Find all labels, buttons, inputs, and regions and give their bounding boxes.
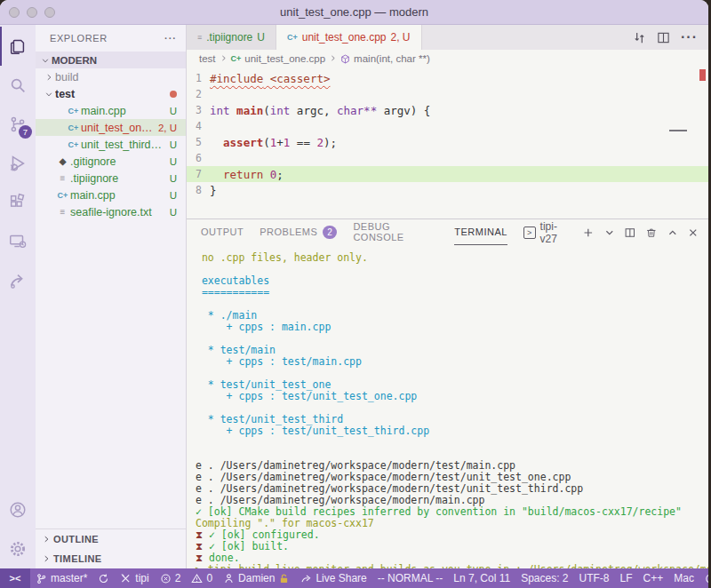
chevron-right-icon: [43, 73, 55, 82]
code-editor[interactable]: 1#include <cassert>23int main(int argc, …: [187, 68, 708, 219]
new-terminal-icon[interactable]: [582, 226, 595, 239]
editor-tab--tipiignore[interactable]: ≡.tipiignoreU: [187, 25, 276, 50]
status-indentation[interactable]: Spaces: 2: [515, 568, 573, 588]
status-language-mode[interactable]: C++: [638, 568, 669, 588]
activity-bar-item-search[interactable]: [0, 66, 36, 105]
tree-item-modern[interactable]: MODERN: [36, 52, 186, 68]
status-warnings[interactable]: 0: [186, 568, 218, 588]
tree-item-unit-test-third-cpp[interactable]: C+unit_test_third.cppU: [36, 136, 186, 153]
tree-item-build[interactable]: build: [36, 68, 186, 85]
status-account[interactable]: Damien: [218, 568, 295, 588]
sidebar-section-label: OUTLINE: [53, 534, 99, 544]
status-keymap[interactable]: Mac: [668, 568, 699, 588]
code-line-8: 8}: [187, 182, 708, 198]
line-number: 8: [187, 184, 210, 196]
maximize-panel-icon[interactable]: [667, 226, 679, 239]
split-terminal-icon[interactable]: [624, 226, 636, 239]
tree-item-unit-test-one-cpp[interactable]: C+unit_test_one.cpp2, U: [36, 119, 186, 136]
tree-item-seafile-ignore-txt[interactable]: ≡seafile-ignore.txtU: [36, 203, 186, 220]
activity-bar-item-live-share[interactable]: [0, 261, 36, 300]
git-status-badge: U: [170, 207, 177, 218]
tree-item-main-cpp[interactable]: C+main.cppU: [36, 102, 186, 119]
sidebar-more-icon[interactable]: ···: [164, 33, 177, 44]
editor-tab-bar: ≡.tipiignoreUC+unit_test_one.cpp2, U···: [187, 25, 708, 50]
activity-bar-item-settings[interactable]: [0, 529, 36, 568]
status-label: 2: [175, 572, 181, 584]
error-squiggle: #include <cassert>: [210, 72, 330, 85]
status-errors[interactable]: 2: [155, 568, 187, 588]
status-remote-indicator[interactable]: ><: [0, 568, 30, 588]
file-tree: MODERNbuildtestC+main.cppUC+unit_test_on…: [36, 52, 186, 528]
token: int: [210, 104, 230, 117]
panel-actions: > tipi-v27: [523, 220, 699, 245]
status-eol[interactable]: LF: [615, 568, 638, 588]
tools-icon: [120, 573, 132, 584]
settings-icon: [8, 539, 28, 559]
live-share-icon: [8, 271, 28, 290]
panel-tab-terminal[interactable]: TERMINAL: [454, 219, 507, 245]
window-title: unit_test_one.cpp — modern: [0, 5, 708, 19]
status-sync[interactable]: [92, 568, 115, 588]
status-encoding[interactable]: UTF-8: [574, 568, 615, 588]
kill-terminal-icon[interactable]: [645, 226, 658, 239]
panel-tab-label: TERMINAL: [454, 226, 507, 237]
tree-item-label: .gitignore: [70, 155, 164, 168]
token: <cassert>: [263, 72, 330, 85]
breadcrumb-item[interactable]: test: [199, 53, 216, 64]
panel-tab-output[interactable]: OUTPUT: [201, 219, 244, 245]
tab-git-badge: 2, U: [390, 31, 410, 44]
token: argv) {: [377, 104, 430, 117]
breadcrumb-item[interactable]: main(int, char **): [354, 53, 430, 64]
activity-bar-item-account[interactable]: [0, 490, 36, 529]
terminal-picker[interactable]: > tipi-v27: [523, 220, 573, 245]
status-vim-mode[interactable]: -- NORMAL --: [372, 568, 449, 588]
activity-bar-item-explorer[interactable]: [0, 27, 36, 66]
line-number: 5: [187, 136, 210, 148]
token: +: [276, 136, 284, 149]
token: ;: [276, 168, 284, 181]
sidebar-section-timeline[interactable]: TIMELINE: [36, 549, 186, 568]
tree-item-label: main.cpp: [81, 105, 164, 117]
tree-item--tipiignore[interactable]: ≡.tipiignoreU: [36, 170, 186, 187]
tree-item-main-cpp[interactable]: C+main.cppU: [36, 187, 186, 203]
activity-bar-item-run-debug[interactable]: [0, 144, 36, 183]
breadcrumb-separator-icon: [220, 53, 228, 64]
close-panel-icon[interactable]: [687, 226, 699, 239]
token: #include: [210, 72, 263, 85]
status-git-branch[interactable]: master*: [30, 568, 92, 588]
sidebar-section-outline[interactable]: OUTLINE: [36, 529, 186, 549]
status-cursor-position[interactable]: Ln 7, Col 11: [448, 568, 515, 588]
tree-item-test[interactable]: test: [36, 85, 186, 102]
code-line-3: 3int main(int argc, char** argv) {: [187, 102, 708, 118]
status-live-share[interactable]: Live Share: [295, 568, 371, 588]
terminal-line: + cpps : main.cpp: [196, 322, 708, 333]
editor-more-actions-icon[interactable]: ···: [681, 29, 698, 45]
terminal-text: no .cpp files, header only.: [196, 251, 368, 264]
chevron-right-icon: [39, 554, 53, 563]
status-label: UTF-8: [579, 572, 610, 584]
editor-tab-unit-test-one-cpp[interactable]: C+unit_test_one.cpp2, U: [276, 25, 422, 50]
terminal-dropdown-icon[interactable]: [603, 226, 616, 239]
panel-tab-problems[interactable]: PROBLEMS2: [260, 219, 337, 245]
terminal-line: ⧗ ✓ [ok] built.: [196, 541, 708, 552]
terminal-text: ⧗: [196, 528, 203, 541]
activity-bar-item-source-control[interactable]: 7: [0, 105, 36, 144]
tree-item--gitignore[interactable]: ◆.gitignoreU: [36, 153, 186, 170]
terminal-text: e . /Users/daminetreg/workspace/modern/t…: [196, 482, 583, 495]
split-editor-icon[interactable]: [657, 31, 670, 44]
panel-tab-debug-console[interactable]: DEBUG CONSOLE: [353, 219, 438, 245]
activity-bar-item-extensions[interactable]: [0, 183, 36, 222]
open-changes-icon[interactable]: [633, 31, 646, 44]
terminal-text: executables: [196, 274, 269, 287]
status-tipi[interactable]: tipi: [115, 568, 154, 588]
code-line-4: 4: [187, 118, 708, 134]
breadcrumb-item[interactable]: unit_test_one.cpp: [244, 53, 325, 64]
status-feedback[interactable]: [699, 568, 708, 588]
status-label: Damien: [238, 572, 275, 584]
tree-item-label: seafile-ignore.txt: [70, 206, 164, 219]
terminal-text: + cpps : test/main.cpp: [196, 355, 362, 368]
cpp-file-icon: C+: [231, 54, 242, 63]
activity-bar-item-remote-explorer[interactable]: [0, 222, 36, 261]
terminal-output[interactable]: no .cpp files, header only. executables …: [187, 245, 708, 568]
status-label: master*: [51, 572, 87, 584]
